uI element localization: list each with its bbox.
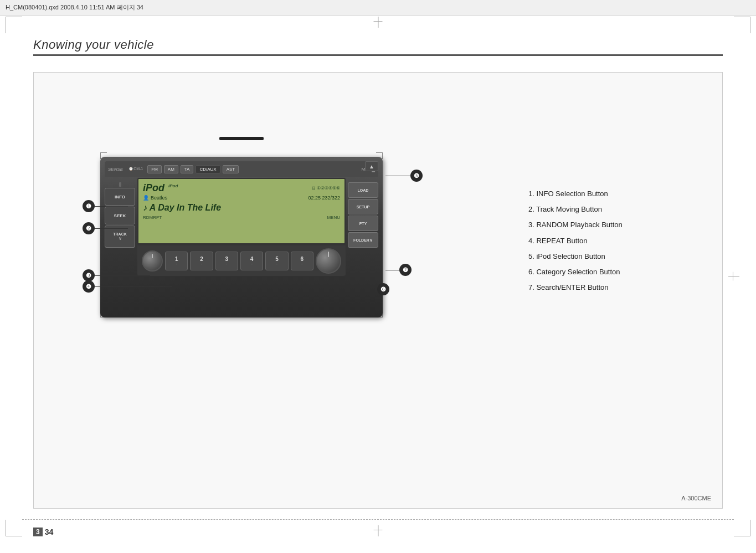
display-top-row: iPod iPod ⊟ ①②③④⑤⑥	[143, 182, 340, 194]
top-bar: H_CM(080401).qxd 2008.4.10 11:51 AM 페이지 …	[0, 0, 756, 16]
preset-2[interactable]: 2-	[190, 252, 213, 270]
preset-3[interactable]: 3-	[215, 252, 238, 270]
spacer	[162, 215, 327, 220]
preset-6[interactable]: 6-	[291, 252, 313, 270]
callout-6: ❻	[377, 283, 389, 295]
callout-3: ❸	[83, 269, 95, 281]
vol-mark	[119, 182, 121, 187]
preset-3-sub: -	[226, 262, 227, 265]
cd-slot	[219, 137, 264, 140]
preset-4[interactable]: 4-	[240, 252, 263, 270]
label-item-2: 2. Track Moving Button	[528, 204, 672, 214]
product-code: A-300CME	[681, 495, 711, 501]
ta-button[interactable]: TA	[181, 165, 194, 173]
preset-1-sub: -	[176, 262, 177, 265]
ast-button[interactable]: AST	[223, 165, 239, 173]
info-button[interactable]: INFO	[105, 188, 135, 206]
label-item-3: 3. RANDOM Playback Button	[528, 220, 672, 230]
corner-mark-tl	[6, 17, 22, 33]
fm-button[interactable]: FM	[147, 165, 162, 173]
callout-1: ❶	[83, 200, 95, 212]
folder-arrow: ∨	[369, 238, 373, 243]
tuner-knob[interactable]	[316, 248, 341, 274]
crosshair-right	[728, 276, 739, 277]
labels-list: 1. INFO Selection Button 2. Track Moving…	[528, 189, 672, 298]
setup-button[interactable]: SETUP	[348, 199, 378, 214]
ipod-sub: iPod	[168, 183, 178, 188]
cd-slot-area	[100, 137, 383, 140]
radio-display: iPod iPod ⊟ ①②③④⑤⑥ 👤	[137, 178, 346, 244]
section-divider	[33, 54, 723, 56]
line-2	[95, 228, 128, 229]
file-info: H_CM(080401).qxd 2008.4.10 11:51 AM 페이지 …	[6, 3, 143, 12]
corner-mark-br	[734, 520, 750, 536]
rpt-label: RPT	[153, 215, 162, 220]
label-item-6: 6. Category Selection Button	[528, 267, 672, 277]
display-song-row: ♪ A Day In The Life	[143, 203, 340, 213]
radio-left-col: INFO SEEK TRACK ∨	[105, 178, 135, 289]
menu-label: MENU	[327, 215, 340, 220]
callout-4: ❹	[83, 280, 95, 293]
label-item-4: 4. REPEAT Button	[528, 236, 672, 246]
corner-mark-bl	[6, 520, 22, 536]
preset-1[interactable]: 1-	[165, 252, 188, 270]
am-button[interactable]: AM	[164, 165, 178, 173]
page-number: 34	[45, 528, 54, 536]
radio-screen-area: iPod iPod ⊟ ①②③④⑤⑥ 👤	[137, 178, 346, 289]
track-icons: ①②③④⑤⑥	[317, 186, 340, 191]
display-bottom-row: RDM RPT MENU	[143, 215, 340, 220]
crosshair-top	[378, 17, 378, 28]
label-item-1: 1. INFO Selection Button	[528, 189, 672, 199]
main-content-box: SENSE ⌚CM-1 FM AM TA CD/AUX AST MP3 ▓ ▲	[33, 72, 723, 509]
load-button[interactable]: LOAD	[348, 182, 378, 198]
display-icons: ⊟ ①②③④⑤⑥	[312, 186, 340, 191]
battery-icon: ⊟	[312, 186, 316, 191]
preset-6-sub: -	[301, 262, 302, 265]
display-song-title: ♪ A Day In The Life	[143, 203, 221, 212]
radio-wrapper: SENSE ⌚CM-1 FM AM TA CD/AUX AST MP3 ▓ ▲	[100, 137, 383, 318]
folder-button[interactable]: FOLDER∨	[348, 232, 378, 248]
display-artist: 👤 Beatles	[143, 195, 167, 201]
radio-right-col: LOAD SETUP PTY FOLDER∨	[348, 178, 378, 289]
display-second-row: 👤 Beatles 02:25 232/322	[143, 195, 340, 201]
label-item-5: 5. iPod Selection Button	[528, 252, 672, 262]
line-4	[95, 286, 172, 287]
callout-2: ❷	[83, 222, 95, 234]
label-item-7: 7. Search/ENTER Button	[528, 283, 672, 293]
eject-button[interactable]: ▲	[365, 161, 378, 171]
track-button[interactable]: TRACK ∨	[105, 226, 135, 248]
line-1	[95, 206, 128, 207]
radio-body: INFO SEEK TRACK ∨ iPod	[105, 178, 378, 289]
volume-knob[interactable]	[142, 250, 163, 272]
rdm-label: RDM	[143, 215, 153, 220]
line-7	[385, 270, 399, 270]
preset-4-sub: -	[251, 262, 253, 265]
radio-top-row: SENSE ⌚CM-1 FM AM TA CD/AUX AST MP3 ▓	[105, 161, 378, 177]
display-ipod-label: iPod iPod	[143, 182, 178, 194]
display-time: 02:25 232/322	[308, 195, 340, 201]
pty-button[interactable]: PTY	[348, 216, 378, 231]
preset-5[interactable]: 5-	[265, 252, 288, 270]
radio-brand: SENSE	[108, 167, 123, 172]
callout-7: ❼	[399, 264, 412, 276]
section-heading: Knowing your vehicle	[33, 38, 723, 56]
line-5	[385, 176, 410, 176]
corner-mark-tr	[734, 17, 750, 33]
section-title: Knowing your vehicle	[33, 38, 723, 52]
page-section-number: 3	[33, 528, 43, 536]
radio-preset-row: 1- 2- 3- 4- 5-	[137, 245, 346, 276]
callout-5: ❺	[410, 170, 423, 182]
sub-brand: ⌚CM-1	[128, 167, 143, 171]
preset-5-sub: -	[276, 262, 277, 265]
preset-2-sub: -	[201, 262, 202, 265]
bottom-separator	[22, 519, 734, 520]
track-arrow: ∨	[119, 236, 122, 241]
artist-icon: 👤	[143, 195, 149, 201]
radio-unit: SENSE ⌚CM-1 FM AM TA CD/AUX AST MP3 ▓ ▲	[100, 157, 383, 318]
artist-name: Beatles	[151, 195, 167, 201]
crosshair-bottom	[378, 525, 378, 536]
page-number-area: 3 34	[33, 528, 53, 536]
seek-button[interactable]: SEEK	[105, 207, 135, 224]
radio-unit-area: SENSE ⌚CM-1 FM AM TA CD/AUX AST MP3 ▓ ▲	[100, 134, 383, 318]
cd-aux-button[interactable]: CD/AUX	[196, 165, 220, 173]
